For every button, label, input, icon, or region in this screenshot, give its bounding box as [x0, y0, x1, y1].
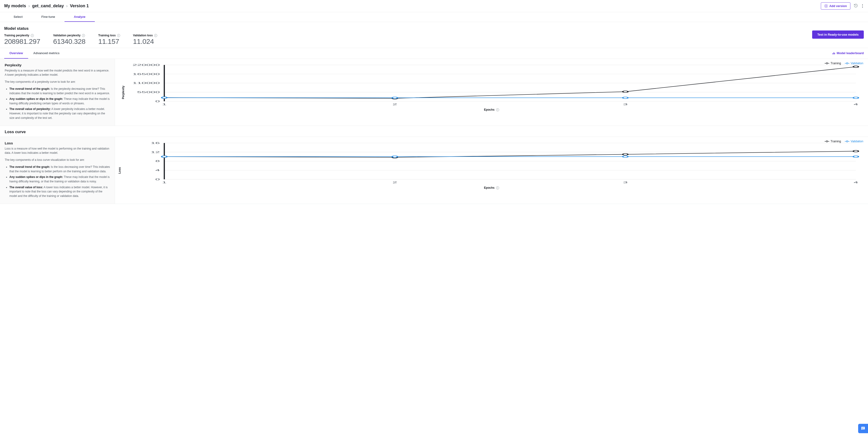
svg-rect-0	[833, 53, 833, 55]
svg-text:110000: 110000	[132, 82, 160, 85]
svg-text:1: 1	[162, 103, 166, 106]
metric-validation-perplexity: Validation perplexityi 61340.328	[53, 34, 85, 45]
breadcrumb-version: Version 1	[70, 3, 89, 8]
svg-point-4	[826, 63, 828, 64]
loss-chart: Training Validation Loss 04812161234 Epo…	[115, 137, 868, 204]
svg-point-25	[853, 66, 858, 68]
metric-training-perplexity: Training perplexityi 208981.297	[4, 34, 40, 45]
svg-text:3: 3	[623, 181, 627, 184]
svg-point-29	[853, 97, 858, 99]
breadcrumb-project[interactable]: get_cand_delay	[32, 3, 64, 8]
tab-analyze[interactable]: Analyze	[65, 12, 95, 22]
legend-training[interactable]: Training	[825, 62, 841, 65]
svg-text:4: 4	[854, 103, 858, 106]
model-leaderboard-link[interactable]: Model leaderboard	[832, 51, 864, 55]
svg-text:2: 2	[393, 181, 397, 184]
svg-point-53	[162, 156, 167, 158]
svg-point-33	[846, 141, 848, 142]
perplexity-chart: Training Validation Perplexity 055000110…	[115, 59, 868, 126]
svg-text:12: 12	[151, 151, 160, 154]
svg-point-54	[392, 156, 397, 158]
svg-text:4: 4	[854, 181, 858, 184]
info-icon[interactable]: i	[496, 187, 499, 190]
legend-validation[interactable]: Validation	[845, 140, 863, 143]
chevron-right-icon: ›	[28, 3, 30, 8]
svg-text:165000: 165000	[132, 73, 160, 75]
svg-point-28	[623, 97, 628, 99]
legend-validation[interactable]: Validation	[845, 62, 863, 65]
svg-point-6	[846, 63, 848, 64]
svg-point-24	[623, 91, 628, 93]
breadcrumb-root[interactable]: My models	[4, 3, 26, 8]
info-icon[interactable]: i	[82, 34, 85, 37]
svg-point-51	[623, 154, 628, 155]
info-icon[interactable]: i	[31, 34, 34, 37]
main-tabs: Select Fine-tune Analyze	[0, 12, 868, 22]
svg-point-52	[853, 150, 858, 152]
test-ready-models-button[interactable]: Test in Ready-to-use models	[812, 31, 864, 39]
subtab-advanced-metrics[interactable]: Advanced metrics	[28, 48, 65, 59]
svg-text:3: 3	[623, 103, 627, 106]
tab-select[interactable]: Select	[4, 12, 32, 22]
svg-text:0: 0	[155, 100, 160, 103]
svg-text:8: 8	[155, 160, 160, 163]
svg-text:2: 2	[393, 103, 397, 106]
info-icon[interactable]: i	[154, 34, 157, 37]
bar-chart-icon	[832, 52, 835, 55]
svg-text:220000: 220000	[132, 64, 160, 66]
svg-point-27	[392, 97, 397, 99]
svg-point-56	[853, 156, 858, 158]
chevron-right-icon: ›	[66, 3, 68, 8]
loss-curve-heading: Loss curve	[0, 126, 868, 137]
svg-rect-1	[834, 52, 834, 54]
svg-text:16: 16	[151, 142, 160, 144]
plus-circle-icon	[824, 4, 828, 8]
svg-text:1: 1	[162, 181, 166, 184]
svg-text:0: 0	[155, 178, 160, 181]
svg-rect-2	[834, 53, 835, 54]
add-version-label: Add version	[829, 4, 847, 8]
metric-validation-loss: Validation lossi 11.024	[133, 34, 157, 45]
svg-text:55000: 55000	[137, 91, 160, 94]
svg-point-31	[826, 141, 828, 142]
tab-finetune[interactable]: Fine-tune	[32, 12, 65, 22]
loss-description: Loss Loss is a measure of how well the m…	[0, 137, 115, 204]
svg-point-26	[162, 97, 167, 98]
add-version-button[interactable]: Add version	[821, 2, 850, 10]
info-icon[interactable]: i	[496, 108, 499, 111]
history-icon[interactable]	[854, 3, 858, 8]
model-status-title: Model status	[4, 26, 864, 31]
svg-text:4: 4	[155, 169, 160, 172]
breadcrumb: My models › get_cand_delay › Version 1	[4, 3, 89, 8]
subtab-overview[interactable]: Overview	[4, 48, 28, 59]
metric-training-loss: Training lossi 11.157	[98, 34, 120, 45]
legend-training[interactable]: Training	[825, 140, 841, 143]
more-menu-icon[interactable]	[861, 3, 864, 9]
info-icon[interactable]: i	[117, 34, 120, 37]
svg-point-55	[623, 156, 628, 158]
perplexity-description: Perplexity Perplexity is a measure of ho…	[0, 59, 115, 126]
